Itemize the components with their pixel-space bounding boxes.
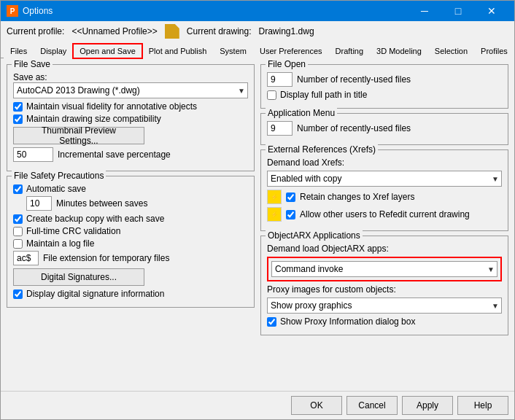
maintain-fidelity-label: Maintain visual fidelity for annotative … (26, 101, 197, 112)
display-path-row: Display full path in title (267, 90, 502, 100)
maximize-button[interactable]: □ (441, 1, 475, 21)
backup-row: Create backup copy with each save (13, 214, 248, 224)
tab-selection[interactable]: Selection (428, 44, 474, 58)
save-as-select[interactable]: AutoCAD 2013 Drawing (*.dwg) (13, 82, 248, 98)
window-title: Options (23, 6, 53, 16)
tab-profiles[interactable]: Profiles (474, 44, 514, 58)
objectarx-demand-label-row: Demand load ObjectARX apps: (267, 244, 502, 254)
backup-label: Create backup copy with each save (26, 214, 164, 224)
incremental-label: Incremental save percentage (58, 149, 171, 160)
auto-save-label: Automatic save (26, 184, 86, 194)
maintain-fidelity-row: Maintain visual fidelity for annotative … (13, 101, 248, 112)
crc-label: Full-time CRC validation (26, 226, 120, 236)
objectarx-demand-label: Demand load ObjectARX apps: (267, 244, 389, 254)
allow-checkbox[interactable] (286, 210, 295, 219)
show-proxy-row: Show Proxy Information dialog box (267, 316, 502, 327)
retain-xref-row: ⚡ Retain changes to Xref layers (267, 190, 502, 204)
app-menu-group: Application Menu Number of recently-used… (260, 113, 508, 145)
objectarx-demand-select-wrapper: Command invoke ▼ (271, 261, 497, 277)
title-controls: ─ □ ✕ (408, 1, 508, 21)
file-open-recent-label: Number of recently-used files (297, 74, 411, 85)
xref-allow-icon: ⚡ (267, 207, 282, 222)
xref-group: External References (Xrefs) Demand load … (260, 149, 508, 231)
display-path-label: Display full path in title (280, 90, 367, 100)
tab-display[interactable]: Display (34, 44, 73, 58)
maintain-fidelity-checkbox[interactable] (13, 102, 23, 112)
footer: OK Cancel Apply Help (1, 391, 514, 419)
objectarx-demand-select[interactable]: Command invoke (271, 261, 497, 277)
maintain-size-label: Maintain drawing size compatibility (26, 114, 161, 124)
minutes-label: Minutes between saves (56, 198, 147, 209)
apply-button[interactable]: Apply (402, 396, 453, 415)
allow-label: Allow other users to Refedit current dra… (300, 209, 470, 219)
profile-bar: Current profile: <<Unnamed Profile>> Cur… (1, 21, 514, 42)
tab-drafting[interactable]: Drafting (329, 44, 371, 58)
show-proxy-label: Show Proxy Information dialog box (280, 316, 415, 327)
objectarx-title: ObjectARX Applications (266, 230, 363, 241)
objectarx-group: ObjectARX Applications Demand load Objec… (260, 236, 508, 335)
tab-user-prefs[interactable]: User Preferences (253, 44, 329, 58)
maintain-size-row: Maintain drawing size compatibility (13, 114, 248, 124)
file-safety-group: File Safety Precautions Automatic save M… (7, 176, 255, 308)
ext-label: File extension for temporary files (43, 253, 169, 263)
incremental-input[interactable] (13, 147, 53, 162)
app-menu-recent-row: Number of recently-used files (267, 121, 502, 136)
retain-checkbox[interactable] (286, 192, 295, 202)
crc-checkbox[interactable] (13, 227, 23, 236)
file-save-title: File Save (12, 59, 53, 69)
close-button[interactable]: ✕ (475, 1, 508, 21)
digital-signatures-button[interactable]: Digital Signatures... (13, 268, 144, 286)
left-panel: File Save Save as: AutoCAD 2013 Drawing … (7, 64, 255, 385)
file-open-title: File Open (266, 59, 308, 69)
title-bar: P Options ─ □ ✕ (1, 1, 514, 21)
allow-refedit-row: ⚡ Allow other users to Refedit current d… (267, 207, 502, 222)
app-menu-recent-input[interactable] (267, 121, 293, 136)
tab-open-save[interactable]: Open and Save (73, 44, 142, 58)
demand-load-xref-label: Demand load Xrefs: (267, 158, 344, 168)
content-area: File Save Save as: AutoCAD 2013 Drawing … (1, 58, 514, 391)
file-safety-title: File Safety Precautions (12, 171, 106, 181)
proxy-select[interactable]: Show proxy graphics (267, 298, 502, 314)
file-open-group: File Open Number of recently-used files … (260, 64, 508, 109)
app-menu-recent-label: Number of recently-used files (297, 123, 411, 133)
maintain-size-checkbox[interactable] (13, 114, 23, 124)
current-drawing-label: Current drawing: (187, 26, 252, 36)
tab-3d-modeling[interactable]: 3D Modeling (370, 44, 428, 58)
display-path-checkbox[interactable] (267, 90, 276, 100)
save-as-row: Save as: AutoCAD 2013 Drawing (*.dwg) ▼ (13, 72, 248, 98)
app-icon: P (7, 5, 18, 17)
show-proxy-checkbox[interactable] (267, 317, 276, 327)
auto-save-checkbox[interactable] (13, 184, 23, 194)
ext-input[interactable] (13, 251, 39, 265)
ext-row: File extension for temporary files (13, 251, 248, 265)
display-sig-checkbox[interactable] (13, 289, 23, 299)
retain-label: Retain changes to Xref layers (300, 192, 414, 202)
xref-title: External References (Xrefs) (266, 144, 378, 155)
drawing-icon (165, 24, 179, 39)
tab-files[interactable]: Files (4, 44, 34, 58)
backup-checkbox[interactable] (13, 214, 23, 224)
log-row: Maintain a log file (13, 238, 248, 249)
demand-load-xref-select-wrapper: Enabled with copy ▼ (267, 171, 502, 187)
cancel-button[interactable]: Cancel (346, 396, 398, 415)
ok-button[interactable]: OK (291, 396, 342, 415)
thumbnail-settings-button[interactable]: Thumbnail Preview Settings... (13, 127, 144, 144)
log-checkbox[interactable] (13, 239, 23, 249)
proxy-label-row: Proxy images for custom objects: (267, 284, 502, 295)
right-panel: File Open Number of recently-used files … (260, 64, 508, 385)
tab-plot-publish[interactable]: Plot and Publish (142, 44, 214, 58)
log-label: Maintain a log file (26, 238, 94, 249)
auto-save-row: Automatic save (13, 184, 248, 194)
minutes-input[interactable] (26, 196, 52, 211)
file-open-recent-row: Number of recently-used files (267, 72, 502, 87)
title-bar-left: P Options (7, 5, 53, 17)
demand-load-xref-select[interactable]: Enabled with copy (267, 171, 502, 187)
proxy-select-wrapper: Show proxy graphics ▼ (267, 298, 502, 314)
minimize-button[interactable]: ─ (408, 1, 441, 21)
file-open-recent-input[interactable] (267, 72, 293, 87)
current-profile-value: <<Unnamed Profile>> (71, 26, 157, 36)
help-button[interactable]: Help (457, 396, 508, 415)
demand-load-objectarx-box: Command invoke ▼ (267, 257, 502, 281)
tab-system[interactable]: System (213, 44, 253, 58)
save-as-label: Save as: (13, 72, 248, 82)
